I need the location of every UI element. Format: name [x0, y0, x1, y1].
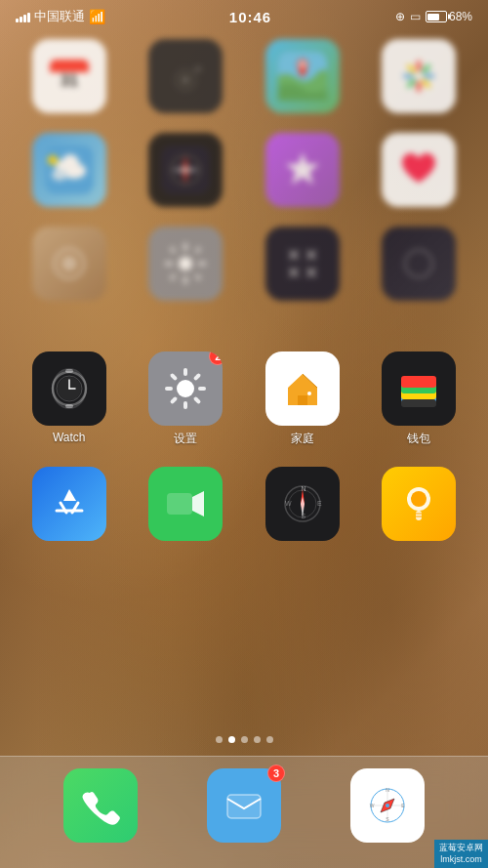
svg-rect-66 [170, 396, 178, 404]
icon-weather-blurred [32, 133, 106, 207]
svg-point-102 [386, 804, 389, 807]
watermark: 蓝莓安卓网 lmkjst.com [434, 840, 488, 868]
app-dark1-blurred [133, 133, 240, 207]
dock-phone[interactable] [63, 768, 138, 843]
mail-badge: 3 [267, 765, 285, 782]
app-xmarks-blurred [249, 227, 356, 301]
app-weather-blurred [16, 133, 123, 207]
svg-rect-11 [394, 52, 443, 101]
page-dots [0, 728, 488, 751]
svg-marker-30 [286, 152, 319, 185]
battery-fill [427, 14, 439, 21]
signal-bar-3 [23, 15, 26, 22]
svg-rect-62 [183, 401, 187, 409]
svg-point-10 [300, 62, 305, 67]
app-health2-blurred [366, 133, 473, 207]
status-right: ⊕ ▭ 68% [395, 10, 472, 23]
svg-rect-42 [195, 273, 202, 280]
app-watch-label: Watch [53, 431, 86, 444]
svg-rect-64 [198, 387, 206, 391]
app-watch[interactable]: Watch [16, 351, 123, 447]
svg-rect-79 [167, 493, 192, 515]
icon-camera-blurred [148, 39, 223, 113]
svg-rect-63 [165, 387, 173, 391]
icon-settings: 2 [148, 351, 223, 426]
svg-point-7 [181, 75, 190, 85]
icon-calendar-blurred: 31 [32, 39, 106, 113]
svg-rect-94 [227, 795, 261, 818]
svg-rect-35 [183, 243, 187, 251]
svg-rect-40 [195, 246, 202, 253]
svg-rect-74 [401, 376, 436, 388]
dock: 3 N S E W [0, 756, 488, 868]
app-maps-blurred [249, 39, 356, 113]
page-dot-4 [254, 736, 261, 743]
icon-health2-blurred [382, 133, 456, 207]
app-appstore[interactable] [16, 467, 123, 546]
svg-text:N: N [301, 485, 305, 492]
signal-bars [16, 11, 30, 22]
icon-maps-blurred [265, 39, 340, 113]
svg-text:N: N [386, 787, 389, 793]
svg-rect-55 [65, 369, 73, 373]
svg-rect-39 [170, 246, 177, 253]
settings-badge: 2 [209, 351, 223, 365]
battery-percentage: 68% [449, 10, 472, 23]
svg-marker-80 [192, 491, 204, 517]
icon-mail: 3 [207, 768, 281, 843]
icon-unknown-blurred1 [32, 227, 106, 301]
svg-text:31: 31 [61, 72, 78, 89]
airplay-icon: ▭ [410, 10, 421, 23]
dock-mail[interactable]: 3 [207, 768, 281, 843]
signal-bar-4 [27, 13, 30, 22]
icon-phone [63, 768, 138, 843]
svg-point-34 [179, 257, 192, 270]
svg-text:S: S [301, 513, 305, 519]
status-time: 10:46 [229, 9, 271, 25]
app-camera-blurred [133, 39, 240, 113]
svg-rect-65 [193, 373, 201, 381]
svg-rect-68 [193, 396, 201, 404]
icon-photos-blurred [382, 39, 456, 113]
svg-rect-36 [183, 276, 187, 284]
page-dot-3 [241, 736, 248, 743]
app-unknown-blurred2 [366, 227, 473, 301]
svg-point-70 [307, 392, 311, 395]
svg-text:E: E [317, 500, 322, 507]
svg-point-33 [61, 256, 77, 271]
svg-point-25 [48, 155, 58, 165]
icon-stickers-blurred [265, 133, 340, 207]
svg-rect-61 [183, 368, 187, 376]
app-wallet[interactable]: 钱包 [366, 351, 473, 447]
dock-safari[interactable]: N S E W [350, 768, 425, 843]
app-tips[interactable] [366, 467, 473, 546]
icon-dark1-blurred [148, 133, 223, 207]
signal-bar-2 [20, 17, 22, 22]
app-photos-blurred [366, 39, 473, 113]
watermark-line2: lmkjst.com [439, 853, 483, 866]
main-apps-area: Watch [0, 342, 488, 556]
svg-rect-69 [298, 395, 307, 405]
app-facetime[interactable] [133, 467, 240, 546]
svg-point-51 [405, 250, 432, 277]
app-settings[interactable]: 2 设置 [133, 351, 240, 447]
icon-appstore [32, 467, 106, 541]
page-dot-2 [228, 736, 235, 743]
svg-rect-37 [165, 262, 173, 266]
svg-point-24 [52, 169, 67, 181]
app-compass[interactable]: N S E W [249, 467, 356, 546]
svg-rect-41 [170, 273, 177, 280]
svg-rect-75 [401, 399, 436, 407]
app-home[interactable]: 家庭 [249, 351, 356, 447]
status-left: 中国联通 📶 [16, 8, 105, 25]
icon-compass-main: N S E W [265, 467, 340, 541]
svg-text:W: W [369, 803, 374, 808]
app-unknown-blurred1 [16, 227, 123, 301]
app-wallet-label: 钱包 [407, 431, 430, 447]
icon-wallet [382, 351, 456, 426]
app-calendar-blurred: 31 [16, 39, 123, 113]
icon-xmarks-blurred [265, 227, 340, 301]
location-icon: ⊕ [395, 10, 405, 23]
icon-facetime [148, 467, 223, 541]
svg-point-90 [411, 491, 427, 507]
